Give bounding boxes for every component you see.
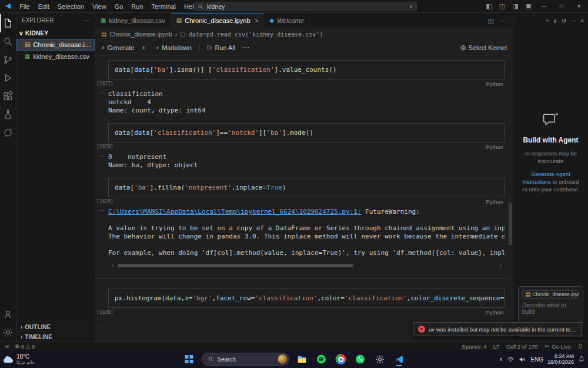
- maximize-button[interactable]: □: [553, 0, 570, 13]
- start-button[interactable]: [182, 352, 196, 366]
- accounts-icon[interactable]: [0, 305, 16, 323]
- scroll-right-icon[interactable]: ›: [496, 261, 505, 270]
- output-line: The behavior will change in pandas 3.0. …: [108, 233, 505, 241]
- output-horizontal-scrollbar[interactable]: ‹›: [108, 262, 505, 269]
- new-chat-icon[interactable]: +: [546, 18, 549, 24]
- whatsapp-icon[interactable]: [353, 352, 368, 366]
- output-options-icon[interactable]: ⋯: [95, 89, 108, 116]
- menu-selection[interactable]: Selection: [54, 0, 88, 13]
- cell-language-indicator[interactable]: Python: [486, 309, 503, 316]
- output-options-icon[interactable]: ⋯: [95, 152, 108, 171]
- tab-Chronic_disease.ipynb[interactable]: Chronic_disease.ipynb×: [171, 13, 265, 28]
- chrome-icon[interactable]: [334, 352, 348, 366]
- workspace-folder[interactable]: ∨ KIDNEY: [16, 27, 95, 39]
- menu-view[interactable]: View: [88, 0, 111, 13]
- customize-layout-icon[interactable]: ▣: [522, 2, 535, 10]
- add-markdown-cell-button[interactable]: +Markdown: [156, 44, 192, 51]
- editor-scrollbar[interactable]: [509, 203, 512, 245]
- settings-icon[interactable]: [373, 352, 387, 366]
- cell-language-indicator[interactable]: Python: [486, 81, 503, 87]
- menu-go[interactable]: Go: [111, 0, 128, 13]
- breadcrumb[interactable]: Chronic_disease.ipynb › data=pd.read_csv…: [95, 28, 513, 40]
- minimize-button[interactable]: ─: [535, 0, 553, 13]
- jupyter-icon[interactable]: [0, 124, 16, 142]
- breadcrumb-file[interactable]: Chronic_disease.ipynb: [109, 31, 172, 38]
- toggle-sidebar-icon[interactable]: ◧: [482, 2, 495, 10]
- scroll-left-icon[interactable]: ‹: [108, 261, 116, 270]
- chevron-down-icon[interactable]: ∨: [553, 18, 557, 24]
- notifications-bell-icon[interactable]: [577, 343, 583, 349]
- cell-code-editor[interactable]: data[data['ba'].isna()] ['classification…: [108, 60, 505, 79]
- language-indicator[interactable]: ENG: [530, 356, 543, 363]
- extensions-icon[interactable]: [0, 87, 16, 105]
- eol-indicator[interactable]: LF: [493, 343, 500, 350]
- add-code-cell-button[interactable]: +: [142, 44, 148, 51]
- vscode-icon[interactable]: [392, 352, 406, 366]
- notification-toast[interactable]: × uv was installed but may not be availa…: [413, 322, 582, 336]
- tab-label: kidney_disease.csv: [109, 17, 165, 24]
- outline-section[interactable]: › OUTLINE: [16, 321, 95, 331]
- split-editor-icon[interactable]: ◫: [488, 17, 494, 25]
- close-panel-icon[interactable]: ×: [580, 18, 584, 24]
- context-chip[interactable]: Chronic_disease.ipynb: [522, 290, 579, 299]
- more-actions-icon[interactable]: ⋯: [570, 18, 576, 24]
- cell-language-indicator[interactable]: Python: [486, 144, 503, 150]
- back-icon[interactable]: ←: [171, 2, 178, 11]
- clock[interactable]: 6:24 AM 18/04/2026: [547, 353, 574, 366]
- output-content: classificationnotckd 4Name: count, dtype…: [108, 89, 505, 116]
- more-actions-icon[interactable]: ⋯: [243, 44, 249, 51]
- testing-icon[interactable]: [0, 105, 16, 124]
- menu-edit[interactable]: Edit: [34, 0, 54, 13]
- weather-widget[interactable]: 18°C غائم جزئيًا: [4, 353, 35, 365]
- toggle-panel-icon[interactable]: ◫: [496, 2, 509, 10]
- run-and-debug-icon[interactable]: [0, 69, 16, 87]
- problems-indicator[interactable]: ⊗0 △0: [15, 343, 35, 350]
- run-all-button[interactable]: ▷Run All: [208, 44, 235, 51]
- command-center-dropdown-icon[interactable]: ∨: [409, 4, 413, 9]
- source-control-icon[interactable]: [0, 51, 16, 69]
- volume-icon[interactable]: [519, 356, 526, 363]
- spotify-icon[interactable]: [315, 352, 329, 366]
- forward-icon[interactable]: →: [182, 2, 189, 11]
- toggle-secondary-sidebar-icon[interactable]: ◨: [509, 2, 522, 10]
- bing-daily-icon[interactable]: [278, 354, 288, 364]
- cell-code-editor[interactable]: data['ba'].fillna('notpresent',inplace=T…: [108, 178, 505, 197]
- indentation-indicator[interactable]: Spaces: 4: [462, 343, 487, 350]
- output-options-icon[interactable]: ⋯: [95, 207, 108, 270]
- settings-gear-icon[interactable]: [0, 323, 16, 342]
- file-kidney_disease.csv[interactable]: kidney_disease.csv: [16, 51, 95, 62]
- cell-language-indicator[interactable]: Python: [486, 198, 503, 205]
- notification-bell-icon[interactable]: [578, 356, 585, 363]
- scrollbar-track[interactable]: [116, 264, 496, 267]
- generate-button[interactable]: +Generate: [101, 44, 134, 51]
- close-icon[interactable]: ×: [255, 18, 259, 24]
- more-actions-icon[interactable]: ⋯: [500, 17, 507, 25]
- more-actions-icon[interactable]: ⋯: [83, 17, 89, 24]
- explorer-icon[interactable]: [0, 14, 16, 32]
- cell-position-indicator[interactable]: Cell 2 of 170: [506, 343, 537, 350]
- menu-file[interactable]: File: [15, 0, 34, 13]
- select-kernel-button[interactable]: ◎Select Kernel: [460, 44, 507, 51]
- wifi-icon[interactable]: [507, 356, 514, 363]
- menu-run[interactable]: Run: [127, 0, 147, 13]
- scrollbar-thumb[interactable]: [118, 264, 353, 267]
- notebook-editor[interactable]: data[data['ba'].isna()] ['classification…: [95, 55, 513, 342]
- cell-code-editor[interactable]: data[data['classification']=='notckd']['…: [108, 123, 505, 142]
- search-icon[interactable]: [0, 32, 16, 51]
- command-center-search[interactable]: kidney ∨: [193, 2, 417, 11]
- close-button[interactable]: ×: [570, 0, 588, 13]
- go-live-button[interactable]: Go Live: [544, 343, 571, 350]
- timeline-section[interactable]: › TIMELINE: [16, 331, 95, 342]
- tab-Welcome[interactable]: Welcome: [264, 13, 309, 28]
- file-explorer-icon[interactable]: [295, 352, 309, 366]
- chat-history-icon[interactable]: ↺: [562, 18, 566, 24]
- hidden-icons-chevron[interactable]: ∧: [499, 356, 503, 362]
- breadcrumb-symbol[interactable]: data=pd.read_csv('kidney_disease.csv'): [189, 31, 323, 38]
- traceback-link[interactable]: C:\Users\MANSI\AppData\Local\Temp\ipyker…: [108, 208, 361, 216]
- file-Chronic_disease.ipynb[interactable]: Chronic_disease.ipynb: [16, 39, 95, 51]
- cell-code-editor[interactable]: px.histogram(data,x='bgr',facet_row='cla…: [108, 289, 505, 308]
- taskbar-search[interactable]: Search: [202, 353, 290, 366]
- file-name: Chronic_disease.ipynb: [33, 41, 92, 48]
- remote-indicator[interactable]: ><: [5, 344, 9, 349]
- tab-kidney_disease.csv[interactable]: kidney_disease.csv: [95, 13, 171, 28]
